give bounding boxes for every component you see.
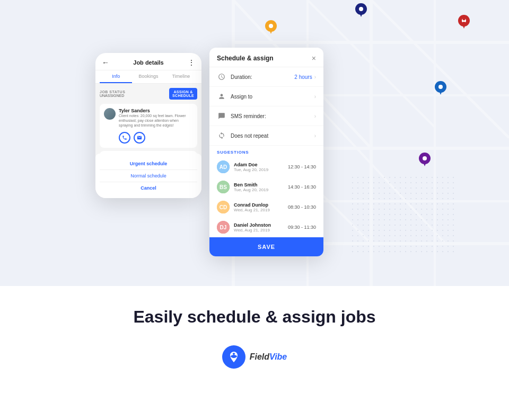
save-button[interactable]: SAVE [209, 237, 323, 256]
clock-icon [217, 72, 226, 82]
avatar-ben: BS [217, 181, 230, 193]
schedule-overlay: Urgent schedule Normal schedule Cancel [95, 154, 201, 198]
adam-info: Adam Doe Tue, Aug 20, 2019 [234, 162, 288, 172]
phone-header: ← Job details ⋮ [95, 53, 201, 70]
svg-point-19 [359, 7, 363, 11]
tab-bookings[interactable]: Bookings [132, 70, 164, 83]
urgent-schedule-button[interactable]: Urgent schedule [100, 158, 197, 170]
svg-point-26 [438, 85, 443, 89]
daniel-info: Daniel Johnston Wed, Aug 21, 2019 [234, 222, 288, 233]
assign-arrow-icon: › [314, 94, 316, 100]
fieldvibe-logo-icon [222, 345, 245, 369]
phone-title: Job details [133, 59, 163, 66]
adam-date: Tue, Aug 20, 2019 [234, 167, 288, 172]
client-name: Tyler Sanders [119, 108, 193, 113]
conrad-date: Wed, Aug 21, 2019 [234, 208, 288, 212]
job-status-value: UNASSIGNED [100, 94, 125, 97]
phone-back-button[interactable]: ← [102, 58, 109, 67]
avatar-daniel: DJ [217, 221, 230, 234]
duration-arrow-icon: › [314, 74, 316, 80]
sms-label: SMS reminder: [231, 113, 312, 119]
logo-text: FieldVibe [250, 352, 287, 362]
schedule-assign-panel: Schedule & assign × Duration: 2 hours › … [209, 48, 323, 256]
sms-arrow-icon: › [314, 113, 316, 119]
map-dotted-pattern [350, 175, 456, 254]
main-heading: Easily schedule & assign jobs [11, 307, 498, 327]
suggestions-header: SUGESTIONS [209, 146, 323, 157]
top-section: ← Job details ⋮ Info Bookings Timeline J… [0, 0, 509, 286]
phone-tabs: Info Bookings Timeline [95, 70, 201, 84]
assign-to-label: Assign to [231, 94, 312, 100]
conrad-time: 08:30 - 10:30 [288, 204, 316, 210]
assign-to-option[interactable]: Assign to › [209, 87, 323, 106]
map-pin-yellow [265, 20, 277, 37]
client-notes: Client notes: 20,000 sq feet lawn. Flowe… [119, 113, 193, 128]
svg-text:AD: AD [220, 164, 227, 170]
repeat-label: Does not repeat [231, 133, 312, 139]
adam-name: Adam Doe [234, 162, 288, 167]
normal-schedule-button[interactable]: Normal schedule [100, 170, 197, 182]
phone-body: JOB STATUS UNASSIGNED ASSIGN &SCHEDULE T… [95, 84, 201, 198]
map-pin-blue [435, 81, 446, 98]
bottom-section: Easily schedule & assign jobs FieldVibe [0, 286, 509, 385]
duration-option[interactable]: Duration: 2 hours › [209, 67, 323, 87]
client-actions [104, 132, 193, 144]
assign-schedule-button[interactable]: ASSIGN &SCHEDULE [169, 88, 197, 100]
svg-text:CD: CD [220, 204, 227, 210]
phone-mockup: ← Job details ⋮ Info Bookings Timeline J… [95, 53, 201, 198]
map-pin-purple [419, 153, 431, 169]
suggestion-daniel[interactable]: DJ Daniel Johnston Wed, Aug 21, 2019 09:… [209, 217, 323, 237]
svg-text:DJ: DJ [220, 225, 227, 230]
svg-text:BS: BS [220, 184, 227, 190]
repeat-option[interactable]: Does not repeat › [209, 126, 323, 146]
svg-point-16 [269, 24, 273, 28]
tab-info[interactable]: Info [100, 70, 132, 83]
client-card: Tyler Sanders Client notes: 20,000 sq fe… [100, 104, 197, 148]
cancel-schedule-button[interactable]: Cancel [100, 182, 197, 194]
ben-name: Ben Smith [234, 182, 288, 187]
suggestion-ben[interactable]: BS Ben Smith Tue, Aug 20, 2019 14:30 - 1… [209, 177, 323, 197]
panel-header: Schedule & assign × [209, 48, 323, 67]
daniel-date: Wed, Aug 21, 2019 [234, 228, 288, 233]
email-button[interactable] [134, 132, 145, 144]
client-avatar [104, 108, 116, 120]
avatar-adam: AD [217, 160, 230, 173]
map-pin-red [458, 15, 470, 32]
duration-label: Duration: [231, 74, 294, 80]
conrad-name: Conrad Dunlop [234, 202, 288, 208]
ben-date: Tue, Aug 20, 2019 [234, 187, 288, 192]
panel-title: Schedule & assign [217, 55, 274, 62]
logo-vibe-text: Vibe [269, 352, 287, 361]
avatar-conrad: CD [217, 201, 230, 213]
duration-value: 2 hours [294, 74, 312, 80]
logo-container: FieldVibe [11, 345, 498, 369]
logo-field-text: Field [250, 352, 269, 361]
ben-info: Ben Smith Tue, Aug 20, 2019 [234, 182, 288, 192]
svg-line-11 [371, 0, 509, 138]
repeat-icon [217, 131, 226, 140]
person-icon [217, 92, 226, 101]
conrad-info: Conrad Dunlop Wed, Aug 21, 2019 [234, 202, 288, 212]
svg-point-23 [463, 18, 466, 21]
adam-time: 12:30 - 14:30 [288, 164, 316, 169]
daniel-name: Daniel Johnston [234, 222, 288, 228]
ben-time: 14:30 - 16:30 [288, 184, 316, 190]
svg-point-29 [423, 156, 427, 160]
job-status-bar: JOB STATUS UNASSIGNED ASSIGN &SCHEDULE [100, 88, 197, 100]
phone-call-button[interactable] [119, 132, 130, 144]
sms-reminder-option[interactable]: SMS reminder: › [209, 106, 323, 126]
map-pin-navy [355, 3, 367, 20]
sms-icon [217, 111, 226, 121]
panel-close-button[interactable]: × [312, 54, 316, 62]
client-info: Tyler Sanders Client notes: 20,000 sq fe… [104, 108, 193, 128]
repeat-arrow-icon: › [314, 133, 316, 139]
phone-more-button[interactable]: ⋮ [188, 58, 195, 67]
daniel-time: 09:30 - 11:30 [288, 225, 316, 230]
suggestion-adam[interactable]: AD Adam Doe Tue, Aug 20, 2019 12:30 - 14… [209, 157, 323, 177]
job-status-label: JOB STATUS [100, 90, 125, 94]
suggestion-conrad[interactable]: CD Conrad Dunlop Wed, Aug 21, 2019 08:30… [209, 197, 323, 217]
tab-timeline[interactable]: Timeline [165, 70, 197, 83]
